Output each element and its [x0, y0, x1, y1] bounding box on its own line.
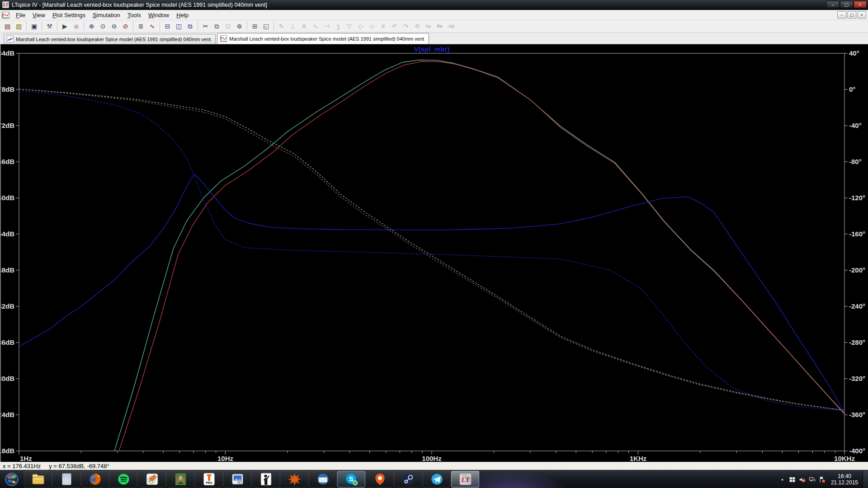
taskbar-app-skype[interactable]: S: [337, 471, 365, 488]
minimize-button[interactable]: –: [826, 1, 840, 8]
action-center-flag-icon[interactable]: [817, 470, 827, 488]
tab-waveform-viewer[interactable]: Marshall Leach vented-box loudspeaker Sp…: [217, 33, 429, 44]
taskbar-app-media-player[interactable]: [223, 471, 251, 488]
taskbar-app-paint[interactable]: [138, 471, 166, 488]
y-right-tick-label: 40°: [849, 49, 859, 57]
y-right-tick-label: -80°: [849, 158, 862, 165]
waveform-pane-icon[interactable]: ∿: [147, 21, 157, 31]
skype-icon: S: [344, 472, 359, 486]
zoom-out-icon[interactable]: ⊖: [109, 21, 119, 31]
mdi-restore-button[interactable]: ▢: [847, 11, 856, 19]
menu-tools[interactable]: Tools: [124, 10, 145, 20]
mdi-close-button[interactable]: ×: [857, 11, 866, 19]
menu-help[interactable]: Help: [173, 10, 192, 20]
taskbar-app-windows-explorer[interactable]: [24, 471, 52, 488]
tab-schematic[interactable]: Marshall Leach vented-box loudspeaker Sp…: [4, 34, 216, 44]
origin-icon: [373, 472, 387, 486]
find-icon[interactable]: ⊚: [234, 21, 245, 31]
tray-clock[interactable]: 16:40 21.12.2015: [827, 473, 863, 486]
show-desktop-button[interactable]: [863, 470, 868, 488]
schematic-tab-icon: [7, 36, 14, 42]
rotate-icon: ⟲: [412, 21, 422, 31]
waveform-document-icon: [2, 12, 9, 19]
taskbar-app-silhouette-app[interactable]: [252, 471, 280, 488]
windows-orb-icon: [4, 472, 19, 487]
taskbar-app-i-pro[interactable]: PRO: [195, 471, 223, 488]
drag-icon: #: [378, 21, 388, 31]
print-preview-icon[interactable]: ◱: [261, 21, 271, 31]
media-player-icon: [231, 472, 245, 486]
y-left-tick-label: 54dB: [1, 230, 14, 238]
waveform-pane[interactable]: V(spl_mbr)84dB78dB72dB66dB60dB54dB48dB42…: [0, 44, 868, 462]
toolbar-separator: [42, 22, 42, 31]
svg-text:LT: LT: [461, 476, 470, 483]
y-right-tick-label: -320°: [849, 375, 865, 382]
taskbar-app-firefox[interactable]: [81, 471, 109, 488]
cut-icon[interactable]: ✂: [200, 21, 211, 31]
start-button[interactable]: [0, 470, 24, 488]
y-left-tick-label: 66dB: [1, 158, 14, 165]
taskbar-app-thunderbird[interactable]: [309, 471, 337, 488]
copy-icon[interactable]: ⧉: [212, 21, 222, 31]
menu-window[interactable]: Window: [145, 10, 173, 20]
paint-icon: [145, 472, 159, 486]
save-icon[interactable]: ▣: [29, 21, 39, 31]
svg-text:LT: LT: [3, 3, 9, 7]
titlebar: LT LTspice IV - [Marshall Leach vented-b…: [0, 0, 868, 10]
mathematica-icon: [288, 472, 302, 486]
y-left-tick-label: 30dB: [1, 375, 14, 382]
menu-plot-settings[interactable]: Plot Settings: [49, 10, 89, 20]
y-left-tick-label: 72dB: [1, 122, 14, 129]
menu-simulation[interactable]: Simulation: [89, 10, 124, 20]
taskbar-app-origin[interactable]: [366, 471, 394, 488]
taskbar-app-calculator[interactable]: [52, 471, 80, 488]
open-icon[interactable]: ▨: [14, 21, 24, 31]
spice-netlist-icon[interactable]: ≣: [136, 21, 146, 31]
redo-icon: ↷: [401, 21, 411, 31]
toolbar-separator: [84, 22, 84, 31]
clock-time: 16:40: [831, 473, 858, 479]
windows-update-icon[interactable]: [788, 470, 797, 488]
run-icon[interactable]: ▶: [60, 21, 70, 31]
cascade-windows-icon[interactable]: ⧉: [185, 21, 195, 31]
menu-file[interactable]: File: [12, 10, 29, 20]
close-button[interactable]: ×: [854, 1, 867, 8]
firefox-icon: [88, 472, 102, 486]
taskbar-app-ltspice[interactable]: LT: [451, 471, 479, 488]
y-left-tick-label: 18dB: [1, 447, 14, 455]
taskbar-app-mathematica[interactable]: [280, 471, 308, 488]
tile-horizontally-icon[interactable]: ⊟: [162, 21, 173, 31]
label-net-icon: A: [299, 21, 309, 31]
y-left-tick-label: 60dB: [1, 194, 14, 202]
y-right-tick-label: -200°: [849, 266, 865, 274]
cursor-y-readout: y = 67.538dB, -69.748°: [49, 463, 109, 469]
thunderbird-icon: [316, 472, 330, 486]
component-icon: ◇: [355, 21, 366, 31]
bode-plot[interactable]: V(spl_mbr)84dB78dB72dB66dB60dB54dB48dB42…: [1, 44, 868, 462]
taskbar-app-steam[interactable]: [394, 471, 422, 488]
mdi-minimize-button[interactable]: –: [837, 11, 846, 19]
undo-icon: ↶: [389, 21, 400, 31]
new-schematic-icon[interactable]: ▤: [2, 21, 13, 31]
mirror-icon: ⇋: [423, 21, 434, 31]
taskbar-app-spotify[interactable]: [109, 471, 137, 488]
ground-icon: ⊥: [288, 21, 298, 31]
menu-view[interactable]: View: [29, 10, 49, 20]
trace-title[interactable]: V(spl_mbr): [414, 45, 449, 53]
taskbar-app-image-viewer-mona-lisa[interactable]: [166, 471, 194, 488]
y-right-tick-label: 0°: [849, 85, 855, 93]
network-icon[interactable]: [807, 470, 817, 488]
hidden-icons-arrow-icon[interactable]: [778, 470, 788, 488]
tile-vertically-icon[interactable]: ◫: [174, 21, 184, 31]
taskbar-app-telegram[interactable]: [423, 471, 451, 488]
steam-icon: [401, 472, 415, 486]
control-panel-icon[interactable]: ⚒: [44, 21, 55, 31]
volume-muted-icon[interactable]: [797, 470, 807, 488]
zoom-full-extents-icon[interactable]: ⊘: [120, 21, 131, 31]
print-icon[interactable]: ⊞: [250, 21, 260, 31]
zoom-area-icon[interactable]: ⊙: [98, 21, 108, 31]
resistor-icon: ∿: [310, 21, 321, 31]
maximize-button[interactable]: ▢: [840, 1, 853, 8]
clock-date: 21.12.2015: [831, 479, 858, 486]
zoom-in-icon[interactable]: ⊕: [86, 21, 97, 31]
